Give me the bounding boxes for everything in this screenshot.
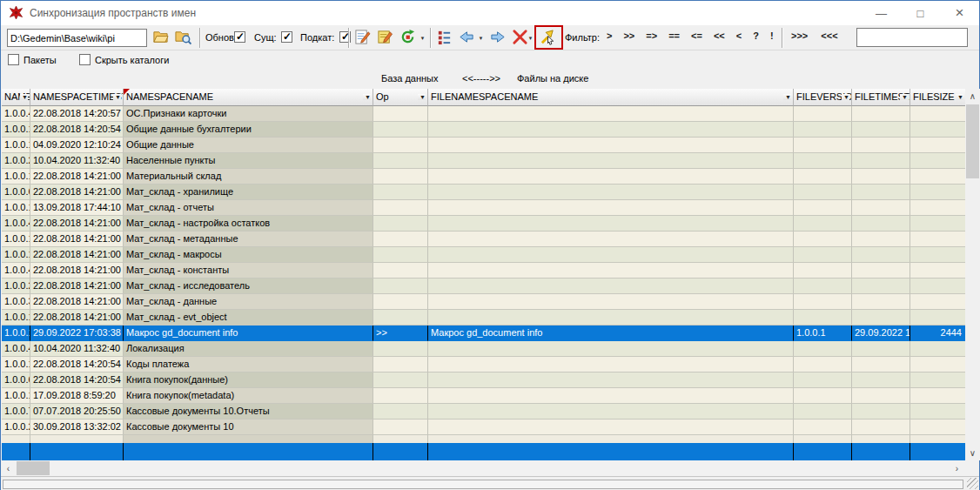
cell-filenamespacename[interactable] — [428, 169, 794, 185]
cell-fileversion[interactable] — [794, 279, 852, 294]
cell-fileversion[interactable] — [794, 185, 852, 200]
navigate-forward-button[interactable] — [488, 28, 508, 48]
cell-name[interactable]: 1.0.0.17 — [2, 138, 30, 153]
cell-filenamespacename[interactable] — [428, 153, 794, 169]
table-row[interactable]: 1.0.0.1313.09.2018 17:44:10Мат_склад - о… — [2, 200, 966, 216]
table-row[interactable]: 1.0.0.1322.08.2018 14:21:00Мат_склад - м… — [2, 232, 966, 247]
table-row[interactable]: 1.0.0.707.07.2018 20:25:50Кассовые докум… — [2, 404, 966, 420]
cell-filenamespacename[interactable] — [428, 106, 794, 122]
existing-checkbox[interactable] — [281, 31, 292, 43]
horizontal-scrollbar[interactable]: ‹ › — [1, 460, 979, 476]
cell-name[interactable]: 1.0.0.13 — [2, 232, 30, 247]
cell-filenamespacename[interactable] — [428, 388, 794, 404]
table-row-selected[interactable]: 1.0.0.129.09.2022 17:03:38Макрос gd_docu… — [2, 326, 966, 341]
cell-namespacetimestamp[interactable]: 22.08.2018 14:21:00 — [30, 185, 124, 200]
cell-namespacename[interactable]: Мат_склад - константы — [124, 263, 373, 279]
filter-button-3[interactable]: => — [646, 30, 657, 41]
cell-namespacename[interactable]: Мат_склад - метаданные — [124, 232, 373, 247]
filter-button-1[interactable]: > — [607, 30, 612, 41]
table-row[interactable]: 1.0.0.1622.08.2018 14:21:00Материальный … — [2, 169, 966, 185]
cell-filetimestamp[interactable] — [852, 310, 910, 326]
cell-op[interactable] — [373, 200, 428, 216]
cell-op[interactable] — [373, 357, 428, 373]
table-row[interactable]: 1.0.0.1322.08.2018 14:21:00Мат_склад - м… — [2, 247, 966, 263]
cell-filetimestamp[interactable] — [852, 341, 910, 357]
cell-name[interactable]: 1.0.0.14 — [2, 310, 30, 326]
cell-op[interactable] — [373, 294, 428, 310]
cell-filetimestamp[interactable] — [852, 357, 910, 373]
cell-fileversion[interactable] — [794, 388, 852, 404]
cell-filesize[interactable] — [910, 420, 966, 435]
cell-filenamespacename[interactable] — [428, 279, 794, 294]
column-dropdown-icon[interactable]: ▼ — [363, 94, 371, 100]
cell-fileversion[interactable] — [794, 200, 852, 216]
table-row[interactable]: 1.0.0.6522.08.2018 14:20:54Книга покупок… — [2, 373, 966, 388]
cell-filenamespacename[interactable] — [428, 185, 794, 200]
cell-op[interactable] — [373, 279, 428, 294]
footer-cell[interactable] — [794, 443, 852, 460]
cell-op[interactable] — [373, 153, 428, 169]
table-row[interactable]: 1.0.0.4610.04.2020 11:32:40Локализация — [2, 341, 966, 357]
column-header-op[interactable]: Op▼ — [373, 89, 428, 106]
list-view-button[interactable] — [434, 28, 454, 48]
cell-filesize[interactable] — [910, 106, 966, 122]
cell-op[interactable] — [373, 106, 428, 122]
refresh-checkbox[interactable] — [234, 31, 245, 43]
cell-fileversion[interactable] — [794, 153, 852, 169]
column-header-namespacetimestamp[interactable]: NAMESPACETIMESTAMP▼ — [30, 89, 124, 106]
cell-namespacename[interactable]: Мат_склад - отчеты — [124, 200, 373, 216]
cell-filesize[interactable] — [910, 216, 966, 232]
cell-fileversion[interactable] — [794, 341, 852, 357]
cell-op[interactable] — [373, 404, 428, 420]
cell-name[interactable]: 1.0.0.12 — [2, 388, 30, 404]
cell-fileversion[interactable] — [794, 294, 852, 310]
edit-script-button[interactable] — [352, 28, 373, 48]
cell-namespacename[interactable]: Материальный склад — [124, 169, 373, 185]
cell-namespacetimestamp[interactable]: 22.08.2018 14:21:00 — [30, 232, 124, 247]
cell-filesize[interactable] — [910, 232, 966, 247]
cell-name[interactable]: 1.0.0.33 — [2, 294, 30, 310]
cell-namespacename[interactable]: ОС.Признаки карточки — [124, 106, 373, 122]
cell-namespacetimestamp[interactable]: 22.08.2018 14:20:54 — [30, 357, 124, 373]
filter-button-4[interactable]: == — [668, 30, 680, 41]
cell-filetimestamp[interactable] — [852, 404, 910, 420]
cell-filetimestamp[interactable] — [852, 169, 910, 185]
cell-namespacename[interactable]: Мат_склад - evt_object — [124, 310, 373, 326]
cell-namespacetimestamp[interactable]: 13.09.2018 17:44:10 — [30, 200, 124, 216]
cell-filetimestamp[interactable] — [852, 373, 910, 388]
cell-filenamespacename[interactable] — [428, 122, 794, 138]
hide-folders-checkbox[interactable] — [79, 54, 91, 65]
table-row[interactable]: 1.0.0.1622.08.2018 14:20:54Коды платежа — [2, 357, 966, 373]
scroll-right-icon[interactable]: › — [950, 460, 964, 476]
cell-name[interactable]: 1.0.0.13 — [2, 200, 30, 216]
cell-filesize[interactable] — [910, 138, 966, 153]
cell-filesize[interactable] — [910, 279, 966, 294]
cell-op[interactable]: >> — [373, 326, 428, 341]
cell-filetimestamp[interactable] — [852, 106, 910, 122]
cell-namespacename[interactable]: Мат_склад - настройка остатков — [124, 216, 373, 232]
table-row[interactable]: 1.0.0.422.08.2018 14:21:00Мат_склад - ко… — [2, 263, 966, 279]
cell-filenamespacename[interactable] — [428, 357, 794, 373]
cell-op[interactable] — [373, 263, 428, 279]
cell-op[interactable] — [373, 247, 428, 263]
cell-filetimestamp[interactable] — [852, 388, 910, 404]
column-header-filetimestamp[interactable]: FILETIMESTAMP▼ — [852, 89, 910, 106]
cell-fileversion[interactable] — [794, 404, 852, 420]
cell-namespacename[interactable]: Книга покупок(данные) — [124, 373, 373, 388]
scroll-left-icon[interactable]: ‹ — [1, 460, 16, 476]
horizontal-scroll-thumb[interactable] — [17, 461, 50, 475]
cell-namespacetimestamp[interactable]: 30.09.2018 13:32:02 — [30, 420, 124, 435]
cell-filesize[interactable] — [910, 263, 966, 279]
cell-filesize[interactable] — [910, 373, 966, 388]
table-row[interactable]: 1.0.0.1217.09.2018 8:59:20Книга покупок(… — [2, 388, 966, 404]
cell-name[interactable]: 1.0.0.65 — [2, 373, 30, 388]
cell-namespacetimestamp[interactable]: 04.09.2020 12:10:24 — [30, 138, 124, 153]
cell-namespacename[interactable]: Мат_склад - макросы — [124, 247, 373, 263]
cell-op[interactable] — [373, 169, 428, 185]
resize-grip[interactable] — [967, 478, 978, 489]
scroll-up-icon[interactable]: ∧ — [965, 89, 980, 104]
column-dropdown-icon[interactable]: ▼ — [783, 94, 791, 100]
cell-fileversion[interactable] — [794, 357, 852, 373]
filter-button-7[interactable]: < — [736, 30, 742, 41]
cell-name[interactable]: 1.0.0.7 — [2, 404, 30, 420]
